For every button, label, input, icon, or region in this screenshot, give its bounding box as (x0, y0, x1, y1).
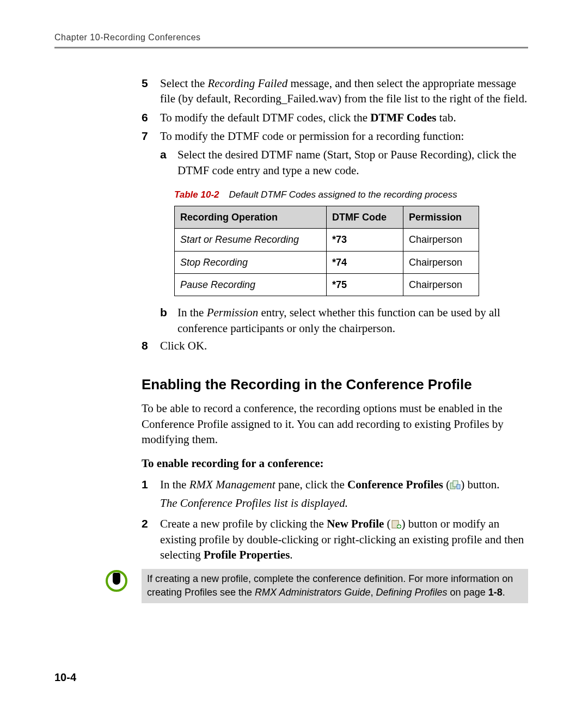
table-row: Pause Recording *75 Chairperson (175, 273, 479, 296)
step-8: 8 Click OK. (142, 338, 528, 353)
body-content: 5 Select the Recording Failed message, a… (142, 76, 528, 603)
step-number: 1 (142, 477, 160, 492)
table-row: Stop Recording *74 Chairperson (175, 251, 479, 273)
running-header: Chapter 10-Recording Conferences (54, 33, 528, 42)
substep-text: In the Permission entry, select whether … (177, 305, 528, 336)
table-header-row: Recording Operation DTMF Code Permission (175, 206, 479, 229)
step-text: In the RMX Management pane, click the Co… (160, 477, 499, 492)
step-7b: b In the Permission entry, select whethe… (160, 305, 528, 336)
step-text: To modify the DTMF code or permission fo… (160, 128, 464, 144)
col-op: Recording Operation (175, 206, 327, 229)
step-text: Select the Recording Failed message, and… (160, 76, 528, 107)
table-row: Start or Resume Recording *73 Chairperso… (175, 229, 479, 251)
col-code: DTMF Code (326, 206, 403, 229)
tip-icon (106, 569, 127, 593)
step-text: Click OK. (160, 338, 207, 353)
svg-rect-6 (397, 526, 401, 527)
substep-letter: a (160, 147, 177, 178)
step-number: 5 (142, 76, 160, 107)
table-caption-text: Default DTMF Codes assigned to the recor… (229, 189, 457, 200)
step-6: 6 To modify the default DTMF codes, clic… (142, 110, 528, 125)
enable-step-2: 2 Create a new profile by clicking the N… (142, 516, 528, 562)
step-number: 6 (142, 110, 160, 125)
step-number: 2 (142, 516, 160, 562)
substep-letter: b (160, 305, 177, 336)
step-number: 8 (142, 338, 160, 353)
step-7: 7 To modify the DTMF code or permission … (142, 128, 528, 144)
procedure-lead: To enable recording for a conference: (142, 456, 528, 471)
page-number: 10-4 (54, 671, 76, 684)
step-1-result: The Conference Profiles list is displaye… (160, 495, 528, 511)
section-intro: To be able to record a conference, the r… (142, 401, 528, 447)
enable-step-1: 1 In the RMX Management pane, click the … (142, 477, 528, 492)
svg-rect-2 (457, 485, 460, 489)
step-5: 5 Select the Recording Failed message, a… (142, 76, 528, 107)
document-page: Chapter 10-Recording Conferences 5 Selec… (0, 0, 588, 711)
section-title: Enabling the Recording in the Conference… (142, 375, 528, 394)
substep-text: Select the desired DTMF name (Start, Sto… (177, 147, 528, 178)
step-text: Create a new profile by clicking the New… (160, 516, 528, 562)
conference-profiles-icon (450, 479, 461, 488)
step-text: To modify the default DTMF codes, click … (160, 110, 456, 125)
table-caption: Table 10-2Default DTMF Codes assigned to… (174, 189, 528, 201)
step-7a: a Select the desired DTMF name (Start, S… (160, 147, 528, 178)
note-block: If creating a new profile, complete the … (106, 569, 528, 603)
dtmf-table: Recording Operation DTMF Code Permission… (174, 206, 479, 296)
new-profile-icon (391, 518, 402, 528)
step-number: 7 (142, 128, 160, 144)
table-label: Table 10-2 (174, 189, 219, 200)
col-perm: Permission (403, 206, 479, 229)
note-text: If creating a new profile, complete the … (142, 569, 528, 603)
header-rule (54, 47, 528, 48)
